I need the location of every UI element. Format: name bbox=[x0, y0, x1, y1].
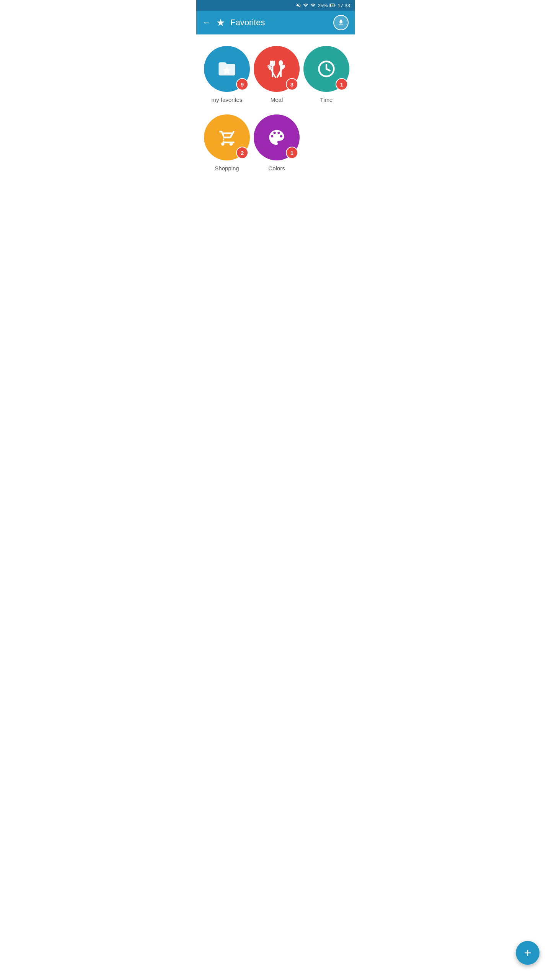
circle-container-shopping: 2 bbox=[204, 114, 250, 160]
category-item-meal[interactable]: 3 Meal bbox=[254, 46, 300, 103]
label-colors: Colors bbox=[268, 165, 285, 172]
badge-shopping: 2 bbox=[236, 147, 248, 159]
mute-icon bbox=[296, 3, 301, 8]
label-my-favorites: my favorites bbox=[212, 96, 243, 103]
fork-spoon-cross-icon bbox=[267, 59, 287, 79]
battery-icon bbox=[329, 3, 336, 8]
categories-grid: 9 my favorites bbox=[196, 34, 355, 183]
download-icon bbox=[337, 19, 345, 26]
favorites-star-icon: ★ bbox=[216, 17, 225, 29]
status-icons: 25% 17:33 bbox=[296, 3, 350, 8]
back-button[interactable]: ← bbox=[202, 18, 211, 28]
time-text: 17:33 bbox=[337, 3, 350, 8]
download-button[interactable] bbox=[333, 15, 349, 30]
circle-container-time: 1 bbox=[303, 46, 349, 92]
label-shopping: Shopping bbox=[215, 165, 239, 172]
svg-rect-15 bbox=[276, 68, 283, 78]
palette-icon bbox=[267, 127, 287, 147]
cart-icon bbox=[217, 127, 237, 147]
badge-colors: 1 bbox=[286, 147, 298, 159]
badge-time: 1 bbox=[336, 78, 348, 90]
wifi-icon bbox=[303, 3, 308, 8]
battery-text: 25% bbox=[318, 3, 328, 8]
star-folder-icon bbox=[217, 59, 237, 79]
svg-rect-11 bbox=[268, 65, 276, 78]
svg-rect-2 bbox=[335, 5, 336, 6]
circle-container-my-favorites: 9 bbox=[204, 46, 250, 92]
category-item-colors[interactable]: 1 Colors bbox=[254, 114, 300, 172]
page-title: Favorites bbox=[230, 18, 265, 28]
badge-meal: 3 bbox=[286, 78, 298, 90]
status-bar: 25% 17:33 bbox=[196, 0, 355, 11]
label-meal: Meal bbox=[271, 96, 283, 103]
category-item-time[interactable]: 1 Time bbox=[303, 46, 349, 103]
category-item-shopping[interactable]: 2 Shopping bbox=[204, 114, 250, 172]
circle-container-colors: 1 bbox=[254, 114, 300, 160]
app-bar-left: ← ★ Favorites bbox=[202, 17, 265, 29]
svg-rect-1 bbox=[330, 4, 331, 7]
category-item-my-favorites[interactable]: 9 my favorites bbox=[204, 46, 250, 103]
circle-container-meal: 3 bbox=[254, 46, 300, 92]
clock-icon bbox=[316, 59, 336, 79]
signal-icon bbox=[310, 3, 316, 8]
label-time: Time bbox=[320, 96, 333, 103]
app-bar: ← ★ Favorites bbox=[196, 11, 355, 34]
badge-my-favorites: 9 bbox=[236, 78, 248, 90]
